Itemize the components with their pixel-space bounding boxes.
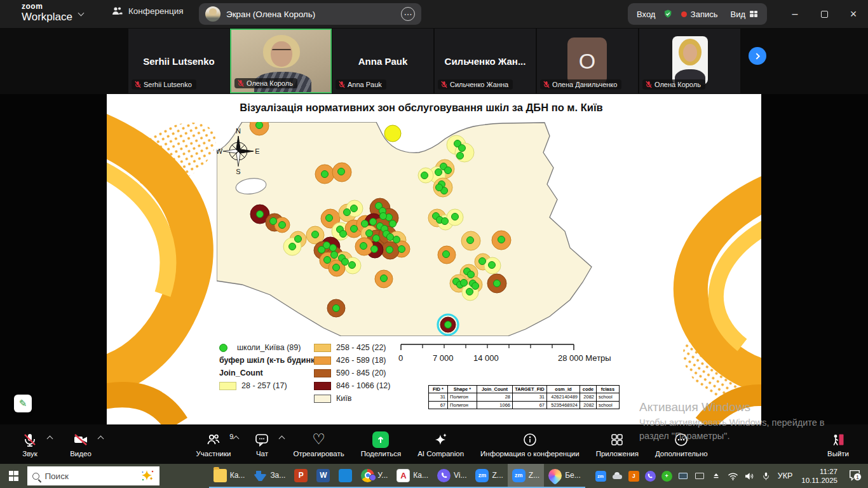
- folder-icon: [214, 469, 227, 482]
- maximize-button[interactable]: [810, 0, 838, 28]
- participant-label: Олена Король: [234, 78, 297, 88]
- view-label: Вид: [730, 10, 745, 19]
- download-icon: [254, 474, 267, 481]
- taskbar-apps: Ка...За...PWУ...AКа...Vi...zmZ...zmZ...Б…: [209, 464, 585, 488]
- participant-tile[interactable]: Сильченко Жан... Сильченко Жанна: [435, 29, 536, 93]
- taskbar-search[interactable]: Поиск: [27, 466, 159, 485]
- pc-display-icon[interactable]: [678, 471, 689, 482]
- legend-swatch: [314, 382, 331, 390]
- antivirus-icon[interactable]: +: [661, 471, 672, 482]
- audio-button[interactable]: Звук: [15, 431, 44, 458]
- notification-center-button[interactable]: 1: [848, 468, 862, 484]
- participants-button[interactable]: Участники 9: [196, 431, 231, 458]
- leave-button[interactable]: Выйти: [824, 431, 853, 458]
- security-shield-icon[interactable]: [663, 8, 673, 20]
- taskbar-app-chrome[interactable]: У...: [356, 464, 392, 488]
- meeting-info-button[interactable]: Информация о конференции: [480, 431, 580, 458]
- taskbar-app-zoom[interactable]: zmZ...: [471, 464, 507, 488]
- annotation-pencil-button[interactable]: ✎: [14, 395, 32, 412]
- participant-tile[interactable]: Олена Король: [639, 29, 740, 93]
- participant-label: Serhii Lutsenko: [132, 79, 196, 90]
- more-dots-icon: [674, 431, 689, 448]
- taskbar-clock[interactable]: 11:27 10.11.2025: [801, 467, 837, 485]
- participants-options-caret[interactable]: [233, 435, 240, 442]
- chevron-down-icon[interactable]: [78, 10, 85, 17]
- taskbar-app-label: Z...: [529, 471, 539, 480]
- presentation-slide: Візуалізація нормативних зон обслуговува…: [107, 94, 761, 424]
- taskbar-app-folder[interactable]: Ка...: [209, 464, 250, 488]
- close-button[interactable]: ×: [839, 0, 867, 28]
- logo-zoom-text: zoom: [22, 3, 72, 10]
- more-button[interactable]: Дополнительно: [655, 431, 708, 458]
- next-participants-button[interactable]: [749, 47, 766, 65]
- participant-tile[interactable]: О Олена Данильченко: [537, 29, 638, 93]
- svg-text:W: W: [217, 147, 223, 155]
- taskbar-app-store[interactable]: [334, 464, 356, 488]
- taskbar-app-label: Vi...: [454, 471, 466, 480]
- date: 10.11.2025: [801, 477, 837, 484]
- recording-indicator[interactable]: Запись: [681, 10, 718, 19]
- mic-tray-icon[interactable]: [761, 471, 771, 482]
- tab-meeting[interactable]: Конференция: [112, 6, 184, 16]
- search-icon: [32, 473, 39, 480]
- zoom-icon: zm: [475, 469, 489, 482]
- map-title: Візуалізація нормативних зон обслуговува…: [201, 102, 642, 114]
- search-placeholder: Поиск: [44, 471, 135, 481]
- participant-tile[interactable]: Anna Pauk Anna Pauk: [332, 29, 433, 93]
- tab-screen-share[interactable]: Экран (Олена Король) ⋯: [199, 3, 421, 25]
- volume-icon[interactable]: [744, 471, 755, 482]
- word-icon: W: [316, 469, 330, 482]
- participants-icon: [112, 6, 123, 16]
- chevron-right-icon: [754, 53, 761, 60]
- video-button[interactable]: Видео: [66, 431, 95, 458]
- taskbar-app-word[interactable]: W: [312, 464, 334, 488]
- zoom-tray-icon[interactable]: zm: [595, 471, 606, 482]
- mic-muted-icon: [238, 79, 244, 87]
- audio-options-caret[interactable]: [47, 435, 53, 442]
- signin-button[interactable]: Вход: [637, 10, 655, 19]
- viber-tray-icon[interactable]: [645, 471, 656, 482]
- ellipsis-icon[interactable]: ⋯: [401, 7, 415, 21]
- taskbar-app-powerpoint[interactable]: P: [290, 464, 312, 488]
- svg-text:N: N: [236, 127, 241, 135]
- taskbar-app-viber[interactable]: Vi...: [433, 464, 471, 488]
- maximize-icon: [821, 11, 828, 18]
- eject-usb-icon[interactable]: [711, 471, 722, 482]
- titlebar: zoom Workplace Конференция Экран (Олена …: [0, 0, 868, 28]
- java-icon[interactable]: J: [628, 471, 639, 482]
- acrobat-icon: A: [397, 469, 410, 482]
- legend-join-count: Join_Count: [219, 369, 263, 377]
- taskbar-app-label: Ка...: [413, 471, 428, 480]
- share-button[interactable]: Поделиться: [361, 431, 402, 458]
- ai-companion-button[interactable]: AI Companion: [417, 431, 464, 458]
- participant-tile[interactable]: Serhii Lutsenko Serhii Lutsenko: [128, 29, 229, 93]
- monitor-icon[interactable]: [695, 471, 705, 482]
- record-dot-icon: [681, 11, 687, 17]
- minimize-button[interactable]: –: [781, 0, 809, 28]
- chat-options-caret[interactable]: [279, 435, 285, 442]
- taskbar-app-label: Ка...: [230, 471, 245, 480]
- participant-label: Олена Данильченко: [540, 79, 621, 90]
- taskbar-app-acrobat[interactable]: AКа...: [392, 464, 433, 488]
- mic-muted-icon: [543, 81, 550, 88]
- table-row: 67Полигон10666752354689242082school: [429, 401, 620, 409]
- language-indicator[interactable]: УКР: [778, 471, 793, 480]
- chat-button[interactable]: Чат: [247, 431, 276, 458]
- video-options-caret[interactable]: [98, 435, 104, 442]
- taskbar-app-paint[interactable]: Бе...: [544, 464, 585, 488]
- taskbar-app-download[interactable]: За...: [249, 464, 290, 488]
- onedrive-icon[interactable]: [612, 471, 623, 482]
- view-button[interactable]: Вид: [730, 10, 758, 19]
- participant-label: Anna Pauk: [336, 79, 386, 90]
- start-button[interactable]: [0, 464, 27, 488]
- mic-muted-icon: [22, 431, 37, 448]
- react-button[interactable]: ♡ Отреагировать: [293, 431, 344, 458]
- taskbar-app-zoom[interactable]: zmZ...: [508, 464, 544, 488]
- participant-tile-active-video[interactable]: Олена Король: [230, 29, 332, 93]
- apps-button[interactable]: Приложения: [596, 431, 639, 458]
- wifi-icon[interactable]: [728, 471, 738, 482]
- recording-label: Запись: [691, 10, 718, 19]
- time: 11:27: [820, 468, 837, 475]
- participants-icon: [206, 431, 221, 448]
- powerpoint-icon: P: [294, 469, 308, 482]
